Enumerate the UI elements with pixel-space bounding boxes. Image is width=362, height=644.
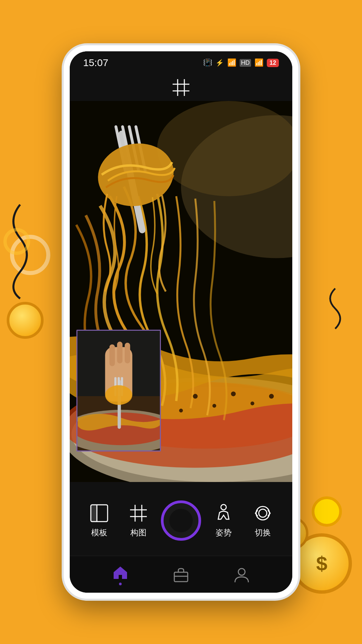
compose-button[interactable]: 构图 xyxy=(122,503,155,538)
svg-point-44 xyxy=(259,509,267,517)
svg-rect-29 xyxy=(117,341,122,363)
template-label: 模板 xyxy=(91,527,107,538)
nav-profile[interactable] xyxy=(233,566,250,583)
pose-label: 姿势 xyxy=(216,527,232,538)
controls-row: 模板 构图 姿 xyxy=(70,500,292,541)
top-bar xyxy=(70,74,292,101)
svg-point-21 xyxy=(179,409,183,412)
svg-point-17 xyxy=(193,394,198,398)
controls-bar: 模板 构图 姿 xyxy=(70,482,292,556)
compose-label: 构图 xyxy=(130,527,146,538)
wifi-icon: 📶 xyxy=(227,58,236,67)
template-icon xyxy=(89,503,109,523)
svg-point-19 xyxy=(231,391,236,396)
home-icon xyxy=(112,564,129,581)
svg-rect-45 xyxy=(174,572,188,582)
svg-point-20 xyxy=(250,401,254,405)
svg-point-22 xyxy=(269,394,274,398)
svg-point-43 xyxy=(221,504,226,510)
bottom-nav xyxy=(70,556,292,593)
svg-point-18 xyxy=(213,404,216,408)
briefcase-icon xyxy=(173,566,189,583)
photo-area xyxy=(70,101,292,482)
bluetooth-icon: ⚡ xyxy=(216,59,224,67)
battery-icon: 12 xyxy=(267,59,279,67)
vibrate-icon: 📳 xyxy=(203,58,212,67)
switch-button[interactable]: 切换 xyxy=(246,503,280,538)
status-icons: 📳 ⚡ 📶 HD 📶 12 xyxy=(203,58,279,67)
hd-icon: HD xyxy=(240,59,251,67)
grid-overlay-icon[interactable] xyxy=(171,77,191,98)
nav-tools[interactable] xyxy=(173,566,189,583)
switch-icon xyxy=(253,503,273,523)
pose-button[interactable]: 姿势 xyxy=(207,503,240,538)
main-photo xyxy=(70,101,292,482)
svg-point-35 xyxy=(105,385,132,405)
template-button[interactable]: 模板 xyxy=(82,503,116,538)
shutter-inner xyxy=(169,509,193,532)
profile-icon xyxy=(233,566,250,583)
status-time: 15:07 xyxy=(83,57,108,68)
svg-rect-37 xyxy=(91,505,97,522)
svg-rect-30 xyxy=(125,342,130,363)
svg-point-47 xyxy=(238,569,245,575)
home-active-dot xyxy=(119,583,122,585)
switch-label: 切换 xyxy=(255,527,271,538)
pose-icon xyxy=(214,503,234,523)
svg-rect-28 xyxy=(109,344,115,366)
status-bar: 15:07 📳 ⚡ 📶 HD 📶 12 xyxy=(70,51,292,74)
phone-container: 15:07 📳 ⚡ 📶 HD 📶 12 xyxy=(64,45,298,599)
compose-icon xyxy=(128,503,148,523)
shutter-button[interactable] xyxy=(161,500,201,541)
thumbnail-photo xyxy=(76,330,161,452)
signal-icon: 📶 xyxy=(254,58,263,67)
nav-home[interactable] xyxy=(112,564,129,585)
